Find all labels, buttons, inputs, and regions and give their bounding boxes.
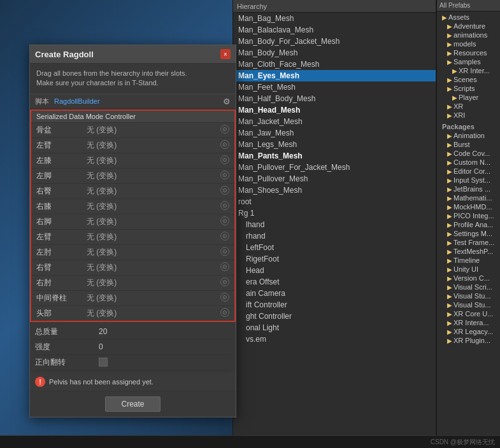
hierarchy-item-lhand[interactable]: lhand (233, 219, 436, 230)
bone-value[interactable]: 无 (变换) ⊙ (82, 244, 235, 260)
project-tree-item[interactable]: ▶ TextMeshP... (437, 247, 500, 256)
project-tree-item[interactable]: ▶ XR Inter... (437, 66, 500, 75)
project-tree-item[interactable]: ▶ Timeline (437, 256, 500, 265)
project-tree-item[interactable]: ▶ Mathemati... (437, 193, 500, 202)
create-button[interactable]: Create (105, 396, 160, 412)
hierarchy-item-man-pullover-mesh[interactable]: Man_Pullover_Mesh (233, 173, 436, 185)
bone-value[interactable]: 无 (变换) ⊙ (82, 122, 235, 137)
table-row[interactable]: 右臀 无 (变换) ⊙ (31, 183, 235, 199)
bone-value[interactable]: 无 (变换) ⊙ (82, 153, 235, 168)
bone-value[interactable]: 无 (变换) ⊙ (82, 214, 235, 229)
bone-select-button[interactable]: ⊙ (220, 293, 229, 302)
hierarchy-item-man-pants-mesh[interactable]: Man_Pants_Mesh (233, 150, 436, 162)
hierarchy-item-onal-light[interactable]: onal Light (233, 322, 436, 333)
project-tree-item[interactable]: ▶ Profile Ana... (437, 220, 500, 229)
table-row[interactable]: 左脚 无 (变换) ⊙ (31, 168, 235, 183)
hierarchy-item-man-bag-mesh[interactable]: Man_Bag_Mesh (233, 13, 436, 24)
bone-value[interactable]: 无 (变换) ⊙ (82, 260, 235, 275)
hierarchy-item-man-shoes-mesh[interactable]: Man_Shoes_Mesh (233, 185, 436, 196)
bone-select-button[interactable]: ⊙ (220, 232, 229, 241)
bone-value[interactable]: 无 (变换) ⊙ (82, 290, 235, 305)
bone-select-button[interactable]: ⊙ (220, 277, 229, 286)
project-tree-item[interactable]: ▶ Editor Cor... (437, 167, 500, 176)
table-row[interactable]: 左臂 无 (变换) ⊙ (31, 137, 235, 153)
project-tree-item[interactable]: ▶ models (437, 39, 500, 48)
hierarchy-list[interactable]: Man_Bag_MeshMan_Balaclava_MeshMan_Body_F… (233, 13, 436, 448)
bone-value[interactable]: 无 (变换) ⊙ (82, 137, 235, 153)
project-tree-item[interactable]: ▶ Unity UI (437, 265, 500, 274)
project-tree-item[interactable]: ▶ Visual Scri... (437, 283, 500, 291)
project-tree-item[interactable]: ▶ XR (437, 102, 500, 111)
hierarchy-item-man-pullover-for-jacket-mesh[interactable]: Man_Pullover_For_Jacket_Mesh (233, 162, 436, 173)
project-tree-item[interactable]: ▶ Player (437, 93, 500, 102)
project-tree-item[interactable]: ▶ Scripts (437, 84, 500, 93)
hierarchy-item-era-offset[interactable]: era Offset (233, 276, 436, 288)
table-row[interactable]: 左膝 无 (变换) ⊙ (31, 153, 235, 168)
bone-value[interactable]: 无 (变换) ⊙ (82, 199, 235, 214)
bone-select-button[interactable]: ⊙ (220, 308, 229, 317)
bone-value[interactable]: 无 (变换) ⊙ (82, 168, 235, 183)
gear-button[interactable]: ⚙ (223, 97, 231, 106)
project-tree-item[interactable]: ▶ Adventure (437, 22, 500, 31)
bone-value[interactable]: 无 (变换) ⊙ (82, 275, 235, 290)
bone-value[interactable]: 无 (变换) ⊙ (82, 229, 235, 244)
table-row[interactable]: 中间脊柱 无 (变换) ⊙ (31, 290, 235, 305)
bone-select-button[interactable]: ⊙ (220, 171, 229, 179)
hierarchy-item-man-eyes-mesh[interactable]: Man_Eyes_Mesh (233, 70, 436, 81)
bone-select-button[interactable]: ⊙ (220, 262, 229, 271)
bone-select-button[interactable]: ⊙ (220, 201, 229, 210)
hierarchy-item-man-body-mesh[interactable]: Man_Body_Mesh (233, 47, 436, 59)
project-tree-item[interactable]: ▶ Input Syst... (437, 176, 500, 185)
hierarchy-item-man-jaw-mesh[interactable]: Man_Jaw_Mesh (233, 127, 436, 139)
hierarchy-item-ain-camera[interactable]: ain Camera (233, 288, 436, 299)
project-tree-item[interactable]: ▶ XR Intera... (437, 318, 500, 327)
project-tree-item[interactable]: ▶ Animation (437, 131, 500, 140)
table-row[interactable]: 骨盆 无 (变换) ⊙ (31, 122, 235, 137)
flip-checkbox[interactable] (99, 358, 108, 367)
table-row[interactable]: 右肘 无 (变换) ⊙ (31, 275, 235, 290)
hierarchy-item-man-balaclava-mesh[interactable]: Man_Balaclava_Mesh (233, 24, 436, 36)
table-row[interactable]: 左肘 无 (变换) ⊙ (31, 244, 235, 260)
project-tree-item[interactable]: ▶ Code Cov... (437, 149, 500, 158)
project-tree-item[interactable]: ▶ animations (437, 31, 500, 39)
project-tree-item[interactable]: Packages (437, 122, 500, 131)
hierarchy-item-man-body-for-jacket-mesh[interactable]: Man_Body_For_Jacket_Mesh (233, 36, 436, 47)
hierarchy-item-man-jacket-mesh[interactable]: Man_Jacket_Mesh (233, 116, 436, 127)
project-tree-item[interactable]: ▶ XR Core U... (437, 309, 500, 318)
bone-value[interactable]: 无 (变换) ⊙ (82, 183, 235, 199)
hierarchy-item-man-head-mesh[interactable]: Man_Head_Mesh (233, 104, 436, 116)
hierarchy-item-rhand[interactable]: rhand (233, 230, 436, 242)
bone-select-button[interactable]: ⊙ (220, 186, 229, 195)
bone-select-button[interactable]: ⊙ (220, 247, 229, 256)
table-row[interactable]: 右脚 无 (变换) ⊙ (31, 214, 235, 229)
project-tree-item[interactable]: ▶ Test Frame... (437, 238, 500, 247)
bone-value[interactable]: 无 (变换) ⊙ (82, 305, 235, 321)
project-tree-item[interactable]: ▶ Samples (437, 57, 500, 66)
hierarchy-item-rg1[interactable]: Rg 1 (233, 207, 436, 219)
hierarchy-item-root[interactable]: root (233, 196, 436, 207)
project-tree-item[interactable]: ▶ Burst (437, 140, 500, 149)
project-tree-item[interactable]: ▶ XRI (437, 111, 500, 120)
dialog-close-button[interactable]: × (220, 49, 231, 59)
hierarchy-item-man-cloth-face-mesh[interactable]: Man_Cloth_Face_Mesh (233, 59, 436, 70)
project-tree-item[interactable]: ▶ Custom N... (437, 158, 500, 167)
project-tree-item[interactable]: ▶ Scenes (437, 75, 500, 84)
table-row[interactable]: 头部 无 (变换) ⊙ (31, 305, 235, 321)
bone-select-button[interactable]: ⊙ (220, 125, 229, 134)
project-tree-item[interactable]: ▶ XR Legacy... (437, 327, 500, 336)
bone-select-button[interactable]: ⊙ (220, 155, 229, 164)
project-tree-item[interactable]: ▶ Visual Stu... (437, 291, 500, 300)
hierarchy-item-head[interactable]: Head (233, 265, 436, 276)
hierarchy-item-man-half-body-mesh[interactable]: Man_Half_Body_Mesh (233, 93, 436, 104)
project-tree-item[interactable]: ▶ JetBrains ... (437, 185, 500, 193)
hierarchy-item-ght-controller[interactable]: ght Controller (233, 311, 436, 322)
table-row[interactable]: 右膝 无 (变换) ⊙ (31, 199, 235, 214)
hierarchy-item-ift-controller[interactable]: ift Controller (233, 299, 436, 311)
hierarchy-item-vs-em[interactable]: vs.em (233, 333, 436, 345)
project-tree-item[interactable]: ▶ Assets (437, 13, 500, 22)
project-tree-item[interactable]: ▶ MockHMD... (437, 202, 500, 211)
hierarchy-item-man-legs-mesh[interactable]: Man_Legs_Mesh (233, 139, 436, 150)
hierarchy-item-man-feet-mesh[interactable]: Man_Feet_Mesh (233, 81, 436, 93)
project-tree-item[interactable]: ▶ Visual Stu... (437, 300, 500, 309)
project-tree-item[interactable]: ▶ PICO Integ... (437, 211, 500, 220)
